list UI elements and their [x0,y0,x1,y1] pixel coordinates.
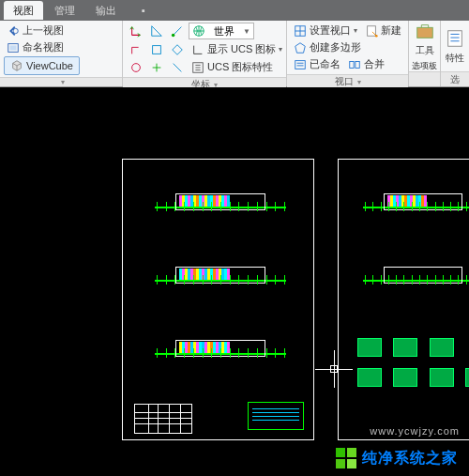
merge-icon [348,58,361,71]
panel-tools-title [409,71,440,86]
coord-system-value: 世界 [214,24,234,38]
ucs-z-icon [171,24,184,38]
viewcube-label: ViewCube [26,60,73,71]
palette-label: 选项板 [412,60,437,72]
ucs-icon-2 [129,43,143,56]
ucs-tool-2[interactable] [147,23,166,38]
props-label: 特性 [446,52,464,65]
ribbon: 上一视图 命名视图 ViewCube ▾ [0,21,469,87]
panel-props-title[interactable]: 选 [441,71,469,86]
svg-rect-11 [295,60,306,69]
ucs-tool-4[interactable] [127,42,145,57]
ucs-props-label: UCS 图标特性 [207,60,273,74]
panel-coords: 世界 ▼ 显示 UCS 图标 ▾ [123,21,287,86]
floorplan-4 [363,186,469,231]
coord-system-dropdown[interactable]: 世界 ▼ [189,23,254,39]
drawing-sheet-1 [122,159,314,440]
watermark: 纯净系统之家 [330,444,463,472]
svg-rect-15 [448,30,462,46]
ucs-icon-4 [171,43,184,56]
new-icon [365,24,378,38]
show-ucs-button[interactable]: 显示 UCS 图标 ▾ [189,41,285,57]
ucs-tool-9[interactable] [168,60,187,75]
show-ucs-label: 显示 UCS 图标 [207,42,276,56]
panel-viewport: 设置视口 ▾ 新建 创建多边形 [287,21,409,86]
ucs-tool-1[interactable] [127,23,145,38]
title-block [134,404,192,434]
ucs-icon-3 [150,43,163,56]
ucs-props-button[interactable]: UCS 图标特性 [189,59,276,75]
properties-button[interactable]: 特性 [439,22,469,70]
svg-point-0 [13,28,18,33]
drawing-canvas[interactable]: www.ycwjzy.com 纯净系统之家 [0,87,469,476]
named-view-button[interactable]: 命名视图 [4,39,80,55]
svg-point-10 [375,34,378,37]
prev-view-button[interactable]: 上一视图 [4,23,80,38]
legend-row [357,338,454,361]
floorplan-2 [155,259,286,304]
chevron-down-icon: ▾ [61,78,65,86]
new-viewport-button[interactable]: 新建 [362,23,404,38]
panel-views-title[interactable]: ▾ [0,77,122,86]
set-viewport-label: 设置视口 [310,23,351,38]
svg-rect-2 [10,45,17,50]
panel-views: 上一视图 命名视图 ViewCube ▾ [0,21,123,86]
svg-rect-14 [416,27,432,38]
properties-icon [445,28,465,49]
tool-palette-button[interactable]: 工具 选项板 [406,22,443,70]
create-poly-button[interactable]: 创建多边形 [291,39,364,55]
ucs-props-icon [191,61,204,74]
panel-props: 特性 选 [441,21,469,86]
ucs-tool-3[interactable] [168,23,187,38]
tools-label: 工具 [416,44,434,57]
list-icon [294,58,307,71]
menu-tabbar: 视图 管理 输出 ▪ [0,0,469,21]
globe-icon [192,24,205,38]
named-vp-button[interactable]: 已命名 [291,56,343,72]
ucs-tool-5[interactable] [147,42,166,57]
ucs-icon-7 [171,61,184,74]
named-vp-label: 已命名 [310,57,340,71]
svg-rect-12 [350,61,354,68]
tab-view[interactable]: 视图 [4,1,43,20]
named-view-label: 命名视图 [23,40,64,54]
ucs-icon-6 [150,61,163,74]
back-arrow-icon [7,24,20,38]
floorplan-1 [155,186,286,231]
named-view-icon [7,41,20,54]
tab-extra[interactable]: ▪ [128,1,159,20]
tab-output[interactable]: 输出 [86,1,126,20]
viewport-icon [294,24,307,38]
panel-tools: 工具 选项板 [409,21,441,86]
ucs-icon [129,24,143,38]
ucs-icon-5 [129,61,143,74]
svg-point-6 [132,63,141,71]
toolbox-icon [415,21,435,41]
scale-block [248,402,304,430]
polygon-icon [294,41,307,54]
ucs-show-icon [191,43,204,56]
bullet-icon: ▪ [137,4,150,17]
panel-viewport-title[interactable]: 视口▾ [287,74,408,88]
merge-label: 合并 [364,57,385,71]
watermark-logo-icon [336,448,356,468]
legend-row-2 [357,368,469,391]
watermark-text: 纯净系统之家 [362,449,458,468]
new-viewport-label: 新建 [381,23,401,38]
ucs-tool-6[interactable] [168,42,187,57]
ucs-tool-8[interactable] [147,60,166,75]
ucs-tool-7[interactable] [127,60,145,75]
svg-rect-5 [153,45,161,54]
tab-manage[interactable]: 管理 [45,1,84,20]
viewcube-icon [10,59,23,72]
create-poly-label: 创建多边形 [310,40,361,54]
floorplan-5 [363,259,469,304]
ucs-xy-icon [150,24,163,38]
merge-button[interactable]: 合并 [345,56,387,72]
set-viewport-button[interactable]: 设置视口 ▾ [291,23,360,38]
svg-rect-13 [356,61,359,68]
chevron-down-icon: ▾ [357,78,361,86]
floorplan-3 [155,332,286,377]
svg-point-3 [172,34,175,38]
viewcube-button[interactable]: ViewCube [4,56,80,75]
